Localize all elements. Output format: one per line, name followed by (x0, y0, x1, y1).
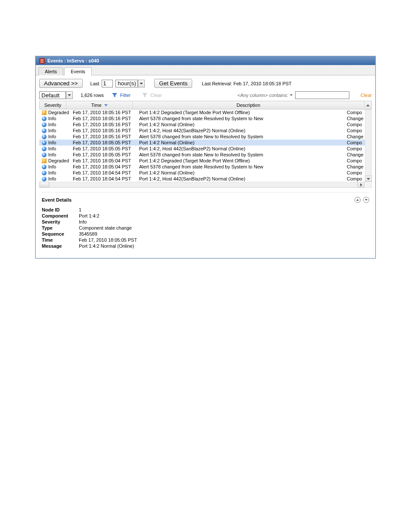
table-row[interactable]: InfoFeb 17, 2010 18:05:16 PSTAlert 5378 … (39, 115, 365, 121)
info-icon (42, 177, 47, 181)
info-icon (42, 152, 47, 157)
k-type: Type (42, 225, 79, 230)
window-icon (39, 58, 45, 64)
table-row[interactable]: DegradedFeb 17, 2010 18:05:16 PSTPort 1:… (39, 109, 365, 115)
last-unit-combo[interactable] (115, 80, 145, 87)
cell-severity: Info (48, 134, 56, 139)
cell-right: Compo (344, 176, 365, 181)
v-time: Feb 17, 2010 18:05:05 PST (79, 237, 369, 243)
toolbar-query: Advanced >> Last Get Events Last Retriev… (39, 79, 372, 88)
chevron-down-icon[interactable] (138, 80, 145, 87)
info-icon (42, 128, 47, 133)
clear-link[interactable]: Clear (361, 93, 372, 98)
any-column-dropdown[interactable]: <Any column> contains: (237, 93, 292, 98)
tab-events[interactable]: Events (64, 67, 92, 75)
v-component: Port 1:4:2 (79, 213, 369, 218)
v-type: Component state change (79, 225, 369, 230)
k-component: Component (42, 213, 79, 218)
info-icon (42, 134, 47, 139)
info-icon (42, 171, 47, 175)
table-row[interactable]: InfoFeb 17, 2010 18:05:05 PSTAlert 5378 … (39, 152, 365, 158)
expand-down-icon[interactable] (363, 197, 369, 203)
cell-right: Change (344, 116, 365, 121)
cell-description: Port 1:4:2, Host 442(SanBlazeP2) Normal … (137, 176, 344, 181)
toolbar-filter: 1,626 rows Filter Clear <Any column> con… (39, 91, 372, 99)
sort-desc-icon (104, 104, 108, 106)
tab-events-label: Events (71, 69, 85, 74)
cell-right: Compo (344, 140, 365, 145)
cell-right: Change (344, 152, 365, 157)
table-row[interactable]: InfoFeb 17, 2010 18:04:54 PSTPort 1:4:2 … (39, 170, 365, 176)
advanced-button[interactable]: Advanced >> (39, 79, 83, 88)
tabs: Alerts Events (36, 65, 375, 75)
row-count: 1,626 rows (81, 93, 104, 98)
cell-time: Feb 17, 2010 18:05:16 PST (70, 128, 137, 133)
get-events-button[interactable]: Get Events (154, 79, 192, 88)
last-retrieval-label: Last Retrieval: Feb 17, 2010 18:05:18 PS… (202, 81, 292, 86)
last-value-input[interactable] (102, 80, 113, 87)
filter-icon (112, 92, 118, 98)
v-node-id: 1 (79, 207, 369, 212)
scroll-right-button[interactable] (358, 182, 364, 187)
k-severity: Severity (42, 219, 79, 224)
scroll-up-button[interactable] (364, 101, 371, 109)
tab-alerts[interactable]: Alerts (38, 67, 63, 75)
table-row[interactable]: InfoFeb 17, 2010 18:05:16 PSTAlert 5378 … (39, 134, 365, 140)
table-row[interactable]: InfoFeb 17, 2010 18:05:05 PSTPort 1:4:2,… (39, 146, 365, 152)
cell-description: Port 1:4:2 Normal (Online) (137, 170, 344, 175)
v-message: Port 1:4:2 Normal (Online) (79, 243, 369, 249)
cell-time: Feb 17, 2010 18:04:54 PST (70, 176, 137, 181)
view-input[interactable] (39, 91, 66, 99)
cell-description: Alert 5378 changed from state Resolved b… (137, 116, 344, 121)
table-row[interactable]: InfoFeb 17, 2010 18:04:54 PSTPort 1:4:2,… (39, 176, 365, 182)
clear-filter-icon (142, 92, 148, 98)
cell-severity: Info (48, 152, 56, 157)
k-sequence: Sequence (42, 231, 79, 236)
cell-severity: Info (48, 164, 56, 169)
cell-severity: Info (48, 122, 56, 127)
cell-time: Feb 17, 2010 18:05:05 PST (70, 140, 137, 145)
horizontal-scrollbar[interactable] (39, 182, 372, 188)
v-severity: Info (79, 219, 369, 224)
table-row[interactable]: InfoFeb 17, 2010 18:05:05 PSTPort 1:4:2 … (39, 140, 365, 146)
events-window: Events : InServs : s040 Alerts Events Ad… (35, 56, 376, 258)
table-row[interactable]: InfoFeb 17, 2010 18:05:16 PSTPort 1:4:2 … (39, 121, 365, 128)
cell-severity: Info (48, 170, 56, 175)
cell-severity: Info (48, 128, 56, 133)
v-sequence: 3545589 (79, 231, 369, 236)
cell-time: Feb 17, 2010 18:05:05 PST (70, 146, 137, 151)
cell-right: Compo (344, 146, 365, 151)
view-combo[interactable] (39, 91, 73, 99)
col-time[interactable]: Time (66, 101, 133, 109)
collapse-up-icon[interactable] (355, 197, 361, 203)
table-row[interactable]: InfoFeb 17, 2010 18:05:16 PSTPort 1:4:2,… (39, 128, 365, 134)
cell-description: Port 1:4:2 Normal (Online) (137, 122, 344, 127)
scroll-down-button[interactable] (365, 176, 372, 182)
cell-severity: Info (48, 116, 56, 121)
cell-severity: Info (48, 140, 56, 145)
events-grid: Severity Time Description DegradedFeb 17… (39, 101, 372, 188)
cell-right: Change (344, 134, 365, 139)
table-row[interactable]: DegradedFeb 17, 2010 18:05:04 PSTPort 1:… (39, 158, 365, 164)
cell-description: Port 1:4:2 Normal (Online) (137, 140, 344, 145)
cell-time: Feb 17, 2010 18:04:54 PST (70, 170, 137, 175)
info-icon (42, 140, 47, 145)
col-description[interactable]: Description (133, 101, 364, 109)
chevron-down-icon (290, 94, 293, 96)
cell-right: Compo (344, 122, 365, 127)
cell-description: Alert 5378 changed from state Resolved b… (137, 164, 344, 169)
filter-text-input[interactable] (295, 91, 349, 99)
titlebar[interactable]: Events : InServs : s040 (36, 56, 375, 65)
col-severity[interactable]: Severity (40, 101, 66, 109)
info-icon (42, 146, 47, 151)
cell-right: Compo (344, 170, 365, 175)
table-row[interactable]: InfoFeb 17, 2010 18:05:04 PSTAlert 5378 … (39, 164, 365, 170)
cell-right: Change (344, 164, 365, 169)
chevron-down-icon[interactable] (66, 91, 73, 99)
last-unit-input[interactable] (115, 80, 138, 87)
vertical-scrollbar[interactable] (365, 109, 372, 182)
cell-time: Feb 17, 2010 18:05:16 PST (70, 134, 137, 139)
cell-right: Compo (344, 128, 365, 133)
cell-right: Compo (344, 158, 365, 163)
filter-link[interactable]: Filter (120, 93, 131, 98)
